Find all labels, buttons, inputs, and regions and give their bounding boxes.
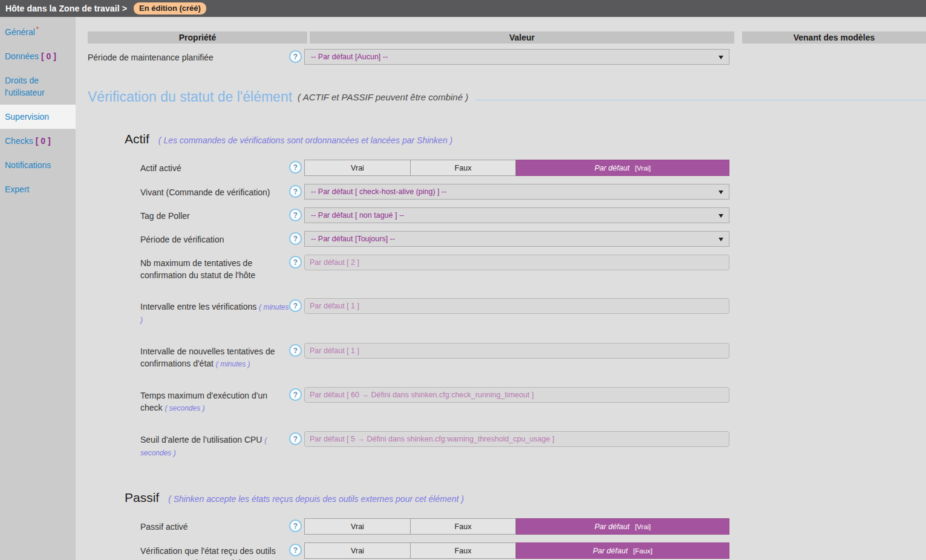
sidebar: Général* Données[ 0 ] Droits de l'utilis… xyxy=(0,17,76,560)
toggle-true-button[interactable]: Vrai xyxy=(304,518,411,535)
field-label: Seuil d'alerte de l'utilisation CPU ( se… xyxy=(140,431,289,459)
count-badge: [ 0 ] xyxy=(36,136,51,146)
help-icon[interactable]: ? xyxy=(289,519,302,532)
form-row-actif-enabled: Actif activé ? Vrai Faux Par défaut [Vra… xyxy=(88,160,926,176)
passif-group-header: Passif ( Shinken accepte les états reçus… xyxy=(125,490,926,505)
form-row-cpu-threshold: Seuil d'alerte de l'utilisation CPU ( se… xyxy=(88,431,926,459)
sidebar-item-supervision[interactable]: Supervision xyxy=(0,105,76,129)
toggle-true-button[interactable]: Vrai xyxy=(304,542,411,559)
chevron-down-icon xyxy=(719,56,723,59)
column-header-templates: Venant des modèles xyxy=(742,31,926,44)
sidebar-item-label: Supervision xyxy=(5,112,49,122)
actif-group-header: Actif ( Les commandes de vérifications s… xyxy=(125,132,926,146)
form-row-check-timeout: Temps maximum d'exécution d'un check ( s… xyxy=(88,387,926,414)
max-attempts-input[interactable] xyxy=(304,255,729,270)
toggle-default-button[interactable]: Par défaut [Vrai] xyxy=(516,518,729,535)
field-label: Passif activé xyxy=(140,518,289,533)
field-label: Intervalle entre les vérifications ( min… xyxy=(140,298,289,326)
passif-hint: ( Shinken accepte les états reçus depuis… xyxy=(168,494,464,504)
column-header-value: Valeur xyxy=(310,31,734,44)
toggle-default-button[interactable]: Par défaut [Vrai] xyxy=(516,160,729,176)
chevron-down-icon xyxy=(719,238,723,241)
status-badge: En édition (créé) xyxy=(134,2,206,15)
field-label-text: Intervalle entre les vérifications xyxy=(140,302,256,311)
select-value: -- Par défaut [Aucun] -- xyxy=(311,53,388,61)
section-title: Vérification du statut de l'élément xyxy=(88,89,292,105)
field-label: Période de maintenance planifiée xyxy=(88,49,289,63)
field-label: Vivant (Commande de vérification) xyxy=(140,184,289,198)
retry-interval-input[interactable] xyxy=(304,343,729,359)
default-label: Par défaut xyxy=(593,547,628,555)
cpu-threshold-input[interactable] xyxy=(304,431,729,447)
form-row-maintenance-period: Période de maintenance planifiée ? -- Pa… xyxy=(88,49,926,65)
default-value: [Faux] xyxy=(633,547,653,555)
field-label: Temps maximum d'exécution d'un check ( s… xyxy=(140,387,289,414)
passif-heading: Passif xyxy=(125,490,159,505)
field-unit: ( minutes ) xyxy=(216,360,250,368)
field-label: Actif activé xyxy=(140,160,289,174)
default-label: Par défaut xyxy=(595,523,630,531)
maintenance-period-select[interactable]: -- Par défaut [Aucun] -- xyxy=(304,49,729,65)
form-row-max-attempts: Nb maximum de tentatives de confirmation… xyxy=(88,255,926,281)
count-badge: [ 0 ] xyxy=(41,51,56,61)
sidebar-item-label: Général xyxy=(5,27,35,37)
help-icon[interactable]: ? xyxy=(289,432,302,445)
sidebar-item-general[interactable]: Général* xyxy=(0,17,76,44)
chevron-down-icon xyxy=(719,214,723,218)
select-value: -- Par défaut [ check-host-alive (ping) … xyxy=(311,187,446,196)
help-icon[interactable]: ? xyxy=(289,50,302,63)
field-label: Vérification que l'état reçu des outils … xyxy=(140,542,289,560)
help-icon[interactable]: ? xyxy=(289,299,302,312)
section-subtitle: ( ACTIF et PASSIF peuvent être combiné ) xyxy=(298,92,468,102)
help-icon[interactable]: ? xyxy=(289,209,302,221)
default-value: [Vrai] xyxy=(635,164,651,172)
sidebar-item-notifications[interactable]: Notifications xyxy=(0,153,76,177)
field-label: Période de vérification xyxy=(140,231,289,246)
field-label: Intervalle de nouvelles tentatives de co… xyxy=(140,343,289,370)
check-interval-input[interactable] xyxy=(304,298,729,314)
check-period-select[interactable]: -- Par défaut [Toujours] -- xyxy=(304,231,729,247)
sidebar-item-droits[interactable]: Droits de l'utilisateur xyxy=(0,68,76,105)
toggle-false-button[interactable]: Faux xyxy=(411,542,516,559)
field-unit: ( secondes ) xyxy=(165,404,204,412)
help-icon[interactable]: ? xyxy=(289,185,302,198)
help-icon[interactable]: ? xyxy=(289,232,302,245)
form-row-check-interval: Intervalle entre les vérifications ( min… xyxy=(88,298,926,326)
field-label: Tag de Poller xyxy=(140,207,289,222)
form-row-freshness-check: Vérification que l'état reçu des outils … xyxy=(88,542,926,560)
help-icon[interactable]: ? xyxy=(289,544,302,556)
sidebar-item-checks[interactable]: Checks[ 0 ] xyxy=(0,129,76,153)
passif-enabled-toggle: Vrai Faux Par défaut [Vrai] xyxy=(304,518,729,535)
chevron-down-icon xyxy=(719,190,723,194)
section-divider xyxy=(475,100,926,100)
field-label-text: Seuil d'alerte de l'utilisation CPU xyxy=(140,435,262,444)
sidebar-item-donnees[interactable]: Données[ 0 ] xyxy=(0,44,76,68)
sidebar-item-label: Notifications xyxy=(5,160,51,170)
help-icon[interactable]: ? xyxy=(289,388,302,401)
actif-heading: Actif xyxy=(125,132,149,146)
check-timeout-input[interactable] xyxy=(304,387,729,403)
toggle-true-button[interactable]: Vrai xyxy=(304,160,411,176)
sidebar-item-expert[interactable]: Expert xyxy=(0,177,76,201)
toggle-default-button[interactable]: Par défaut [Faux] xyxy=(516,542,729,559)
sidebar-item-label: Données xyxy=(5,51,39,61)
default-value: [Vrai] xyxy=(635,523,651,530)
form-row-poller-tag: Tag de Poller ? -- Par défaut [ non tagu… xyxy=(88,207,926,223)
sidebar-item-label: Droits de l'utilisateur xyxy=(5,76,45,97)
check-command-select[interactable]: -- Par défaut [ check-host-alive (ping) … xyxy=(304,184,729,200)
section-header: Vérification du statut de l'élément ( AC… xyxy=(88,89,926,105)
actif-hint: ( Les commandes de vérifications sont or… xyxy=(158,135,452,145)
toggle-false-button[interactable]: Faux xyxy=(411,160,516,176)
help-icon[interactable]: ? xyxy=(289,161,302,174)
help-icon[interactable]: ? xyxy=(289,256,302,269)
form-row-check-period: Période de vérification ? -- Par défaut … xyxy=(88,231,926,247)
breadcrumb[interactable]: Hôte dans la Zone de travail > xyxy=(5,4,127,13)
default-label: Par défaut xyxy=(595,164,630,172)
poller-tag-select[interactable]: -- Par défaut [ non tagué ] -- xyxy=(304,207,729,223)
toggle-false-button[interactable]: Faux xyxy=(411,518,516,535)
help-icon[interactable]: ? xyxy=(289,344,302,357)
sidebar-item-label: Expert xyxy=(5,184,29,194)
actif-enabled-toggle: Vrai Faux Par défaut [Vrai] xyxy=(304,160,729,176)
freshness-check-toggle: Vrai Faux Par défaut [Faux] xyxy=(304,542,729,559)
sidebar-item-label: Checks xyxy=(5,136,33,146)
